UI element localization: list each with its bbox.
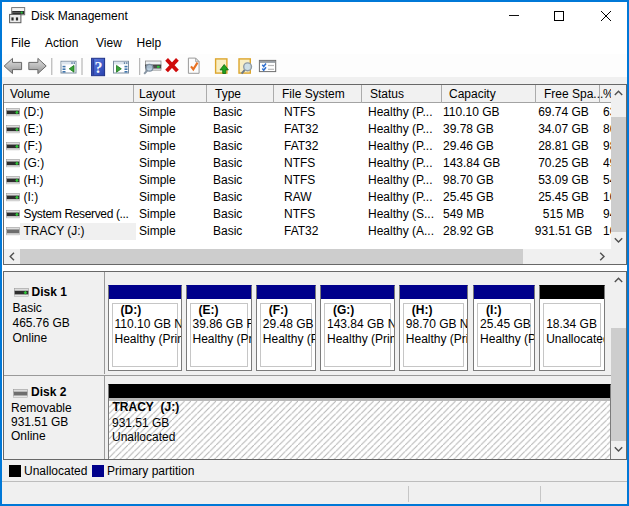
svg-text:?: ?	[95, 59, 103, 76]
